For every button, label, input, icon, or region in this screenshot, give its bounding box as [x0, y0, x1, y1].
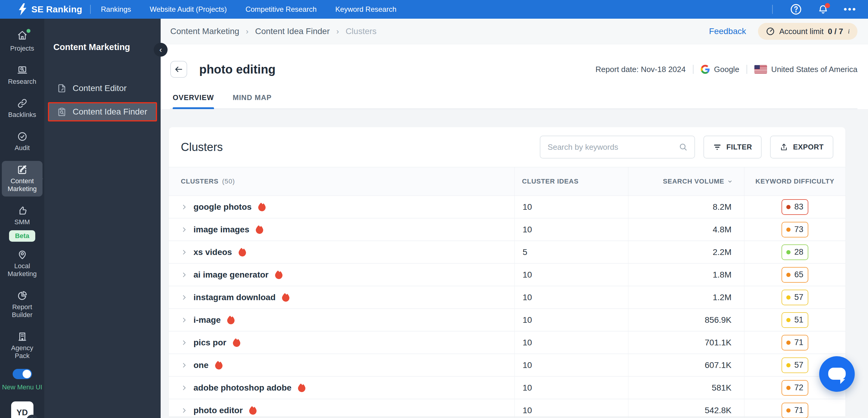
kd-dot [786, 408, 790, 413]
rail-item-agency-pack[interactable]: Agency Pack [2, 328, 42, 363]
search-input[interactable] [548, 142, 679, 152]
expand-chevron-icon[interactable] [181, 204, 187, 211]
chat-widget-button[interactable] [819, 356, 855, 392]
sort-chevron-down-icon[interactable] [727, 179, 733, 184]
cluster-row[interactable]: instagram download101.2M57 [169, 286, 845, 309]
keyword-difficulty-cell: 71 [744, 331, 845, 354]
rail-item-backlinks[interactable]: Backlinks [2, 95, 42, 122]
more-menu-icon[interactable]: ••• [844, 4, 856, 15]
content-marketing-panel: ‹ Content Marketing Content Editor Conte… [44, 19, 161, 418]
cluster-name-cell[interactable]: i-mage [169, 309, 515, 331]
col-search-volume[interactable]: SEARCH VOLUME [663, 178, 724, 185]
export-button[interactable]: EXPORT [770, 136, 833, 159]
export-label: EXPORT [793, 143, 824, 151]
new-menu-ui-toggle[interactable] [13, 369, 32, 379]
check-circle-icon [17, 131, 27, 142]
notifications-bell-icon[interactable] [817, 4, 829, 15]
expand-chevron-icon[interactable] [181, 226, 187, 233]
kd-dot [786, 273, 790, 277]
report-date: Report date: Nov-18 2024 [595, 65, 686, 74]
cluster-row[interactable]: pics por10701.1K71 [169, 331, 845, 354]
rail-item-content-marketing[interactable]: Content Marketing [2, 161, 42, 196]
tab-mind-map[interactable]: MIND MAP [233, 93, 272, 108]
rail-label-projects: Projects [10, 44, 34, 53]
cluster-name: instagram download [193, 293, 276, 302]
breadcrumb-content-idea-finder[interactable]: Content Idea Finder [255, 27, 330, 36]
cluster-ideas-cell: 10 [515, 399, 628, 418]
cluster-name-cell[interactable]: ai image generator [169, 264, 515, 286]
cluster-ideas-cell: 10 [515, 219, 628, 240]
col-clusters[interactable]: CLUSTERS [181, 178, 218, 185]
back-button[interactable] [170, 61, 187, 78]
breadcrumb-content-marketing[interactable]: Content Marketing [170, 27, 239, 36]
search-engine-label: Google [714, 65, 739, 74]
cluster-name-cell[interactable]: google photos [169, 196, 515, 218]
nav-keyword-research[interactable]: Keyword Research [336, 5, 397, 13]
nav-website-audit[interactable]: Website Audit (Projects) [150, 5, 227, 13]
projects-status-dot [27, 29, 30, 33]
nav-rankings[interactable]: Rankings [101, 5, 131, 13]
tabs: OVERVIEW MIND MAP [170, 93, 858, 109]
brand[interactable]: SE Ranking [18, 3, 82, 15]
rail-item-local-marketing[interactable]: Local Marketing [2, 246, 42, 282]
cluster-row[interactable]: xs videos52.2M28 [169, 241, 845, 264]
cluster-ideas-cell: 10 [515, 309, 628, 331]
cluster-name: xs videos [193, 248, 232, 257]
col-cluster-ideas[interactable]: CLUSTER IDEAS [522, 178, 579, 185]
rail-item-projects[interactable]: Projects [2, 27, 42, 56]
topbar: SE Ranking Rankings Website Audit (Proje… [0, 0, 868, 19]
cluster-name-cell[interactable]: image images [169, 219, 515, 240]
nav-competitive-research[interactable]: Competitive Research [245, 5, 316, 13]
tab-overview[interactable]: OVERVIEW [173, 93, 214, 108]
region-label: United States of America [771, 65, 858, 74]
cluster-name-cell[interactable]: photo editor [169, 399, 515, 418]
panel-item-content-editor[interactable]: Content Editor [48, 79, 157, 98]
cluster-name-cell[interactable]: instagram download [169, 286, 515, 308]
rail-label-agency-pack: Agency Pack [3, 344, 41, 360]
expand-chevron-icon[interactable] [181, 249, 187, 256]
cluster-name-cell[interactable]: adobe photoshop adobe [169, 377, 515, 399]
feedback-link[interactable]: Feedback [709, 27, 746, 36]
rail-item-audit[interactable]: Audit [2, 128, 42, 156]
help-icon[interactable] [790, 4, 802, 15]
expand-chevron-icon[interactable] [181, 271, 187, 278]
flame-icon [275, 270, 283, 279]
panel-collapse-icon[interactable]: ‹ [154, 43, 167, 57]
cluster-name-cell[interactable]: xs videos [169, 241, 515, 263]
flame-icon [298, 384, 306, 392]
expand-chevron-icon[interactable] [181, 317, 187, 323]
panel-item-content-idea-finder[interactable]: Content Idea Finder [48, 102, 157, 122]
clusters-table-body: google photos108.2M83image images104.8M7… [169, 196, 845, 418]
rail-item-report-builder[interactable]: Report Builder [2, 287, 42, 322]
keyword-difficulty-cell: 71 [744, 399, 845, 418]
cluster-row[interactable]: google photos108.2M83 [169, 196, 845, 219]
cluster-row[interactable]: i-mage10856.9K51 [169, 309, 845, 331]
cluster-row[interactable]: adobe photoshop adobe10581K72 [169, 377, 845, 399]
cluster-name: i-mage [193, 315, 221, 325]
cluster-row[interactable]: image images104.8M73 [169, 219, 845, 241]
cluster-row[interactable]: ai image generator101.8M65 [169, 264, 845, 286]
expand-chevron-icon[interactable] [181, 294, 187, 301]
cluster-name-cell[interactable]: one [169, 354, 515, 376]
breadcrumb-clusters: Clusters [346, 27, 377, 36]
cluster-name-cell[interactable]: pics por [169, 331, 515, 354]
col-keyword-difficulty[interactable]: KEYWORD DIFFICULTY [755, 178, 834, 185]
kd-dot [786, 386, 790, 390]
expand-chevron-icon[interactable] [181, 362, 187, 368]
expand-chevron-icon[interactable] [181, 339, 187, 346]
clusters-card: Clusters FILTER EXPORT [169, 127, 845, 417]
expand-chevron-icon[interactable] [181, 385, 187, 391]
kd-badge: 73 [781, 222, 808, 237]
account-limit-badge[interactable]: Account limit 0 / 7 i [758, 23, 858, 40]
filter-button[interactable]: FILTER [704, 136, 762, 159]
expand-chevron-icon[interactable] [181, 407, 187, 414]
keyword-search[interactable] [540, 136, 695, 159]
cluster-row[interactable]: one10607.1K57 [169, 354, 845, 377]
cluster-row[interactable]: photo editor10542.8K71 [169, 399, 845, 418]
rail-item-smm[interactable]: SMM [2, 202, 42, 230]
meta-divider [747, 65, 747, 74]
kd-value: 71 [794, 406, 803, 415]
rail-item-research[interactable]: Research [2, 62, 42, 89]
kd-badge: 83 [781, 199, 808, 215]
kd-value: 51 [794, 315, 803, 325]
